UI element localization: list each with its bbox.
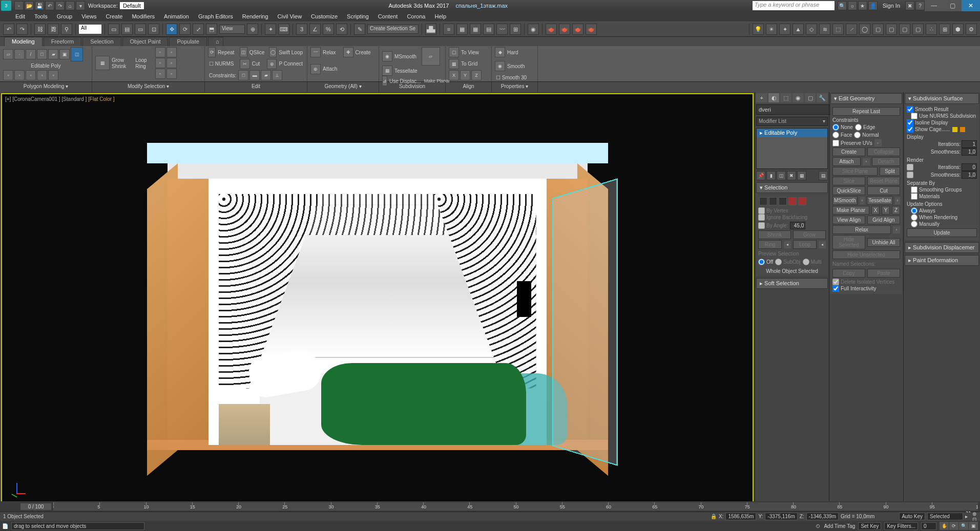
- hard-icon[interactable]: ◆: [495, 47, 505, 57]
- copy-button[interactable]: Copy: [832, 269, 865, 278]
- selection-rollout-header[interactable]: Selection: [756, 182, 828, 193]
- percent-snap-icon[interactable]: %: [323, 24, 334, 35]
- repeat-last-button[interactable]: Repeat Last: [832, 107, 900, 116]
- user-icon[interactable]: 👤: [868, 1, 878, 10]
- make-planar-big-icon[interactable]: ▱: [422, 47, 440, 66]
- viewport[interactable]: [+] [CoronaCamera001 ] [Standard ] [Flat…: [1, 93, 754, 509]
- render-smooth-enable[interactable]: [907, 172, 913, 178]
- const-none-icon[interactable]: □: [238, 70, 248, 80]
- smooth30-check[interactable]: Smooth 30: [495, 75, 528, 80]
- move-tool-icon[interactable]: ✥: [166, 24, 177, 35]
- planar-y[interactable]: Y: [882, 206, 890, 215]
- smoothresult-check[interactable]: Smooth Result: [907, 106, 977, 113]
- app-store-icon[interactable]: ★: [858, 1, 867, 10]
- border-so-icon[interactable]: □: [37, 49, 47, 59]
- softsel-rollout-header[interactable]: Soft Selection: [756, 278, 828, 289]
- poly-so-icon[interactable]: ▰: [48, 49, 58, 59]
- state-sets-icon[interactable]: 🫖: [572, 24, 583, 35]
- display-tab-icon[interactable]: ▢: [805, 93, 816, 102]
- cage-color-1[interactable]: [952, 127, 957, 132]
- swiftloop-icon[interactable]: ◯: [269, 47, 277, 57]
- align-z[interactable]: Z: [471, 70, 482, 80]
- project-icon[interactable]: ⌂: [66, 1, 75, 10]
- cut-label[interactable]: Cut: [251, 61, 261, 67]
- create-label[interactable]: Create: [355, 50, 372, 55]
- setkey-button[interactable]: Set Key: [858, 522, 881, 530]
- x-value[interactable]: 1586,635m: [725, 513, 756, 520]
- ribbon-toggle-icon[interactable]: ▤: [483, 24, 494, 35]
- menu-modifiers[interactable]: Modifiers: [132, 13, 155, 19]
- stack-editable-poly[interactable]: ▸ Editable Poly: [757, 129, 827, 137]
- byangle-check[interactable]: By Angle:: [758, 222, 788, 229]
- unique-icon[interactable]: ◫: [777, 171, 786, 180]
- remove-mod-icon[interactable]: ✖: [787, 171, 796, 180]
- cage-color-2[interactable]: [960, 127, 965, 132]
- planar-x[interactable]: X: [871, 206, 880, 215]
- time-ruler[interactable]: 0510152025303540455055606570758085909510…: [53, 502, 978, 511]
- tessellate-button[interactable]: Tessellate: [867, 196, 892, 205]
- collapse-button[interactable]: Collapse: [867, 147, 900, 156]
- misc-icon[interactable]: ⚙: [966, 24, 977, 35]
- vertex-so-icon[interactable]: ·: [14, 49, 25, 59]
- menu-group[interactable]: Group: [57, 13, 73, 19]
- display-smooth-spinner[interactable]: 1,0: [962, 148, 977, 156]
- element-so-icon[interactable]: ▣: [59, 49, 70, 59]
- makeplanar-button[interactable]: Make Planar: [832, 206, 869, 215]
- spline-icon[interactable]: ▢: [886, 24, 897, 35]
- workspace-selector[interactable]: Default: [120, 2, 144, 9]
- slice-button[interactable]: Slice: [832, 177, 865, 185]
- edit-named-sel-icon[interactable]: ✎: [354, 24, 365, 35]
- helper-icon[interactable]: ◇: [806, 24, 817, 35]
- pin-stack-icon[interactable]: 📌: [756, 171, 765, 180]
- hideunsel-button[interactable]: Hide Unselected: [832, 250, 900, 259]
- object-name-input[interactable]: [756, 104, 832, 115]
- element-subobj-icon[interactable]: [798, 197, 806, 205]
- grow-label[interactable]: Grow: [111, 57, 127, 63]
- mod-icon5[interactable]: ▫: [155, 69, 165, 79]
- repeat-label[interactable]: Repeat: [217, 50, 235, 55]
- create-poly-icon[interactable]: ✚: [343, 47, 353, 57]
- nurms-check[interactable]: NURMS: [208, 61, 235, 67]
- ref-coord-system[interactable]: View: [219, 25, 245, 34]
- loop-button[interactable]: Loop: [793, 240, 817, 249]
- surface-icon[interactable]: ▢: [872, 24, 884, 35]
- polygon-subobj-icon[interactable]: [788, 197, 797, 205]
- const-face[interactable]: Face: [832, 132, 852, 138]
- create-tab-icon[interactable]: +: [756, 93, 767, 102]
- timeline[interactable]: 0 / 100 05101520253035404550556065707580…: [0, 501, 980, 512]
- light-icon[interactable]: 💡: [753, 24, 764, 35]
- vertex-subobj-icon[interactable]: [759, 197, 767, 205]
- pf-edit[interactable]: Edit: [205, 82, 307, 92]
- const-normal-icon[interactable]: ⊥: [272, 70, 282, 80]
- relax-icon[interactable]: 〰: [310, 47, 321, 57]
- const-edge-icon[interactable]: ▬: [249, 70, 260, 80]
- cut-icon[interactable]: ✂: [240, 59, 249, 69]
- toview-icon[interactable]: ▢: [449, 47, 459, 57]
- camera-icon[interactable]: ▲: [793, 24, 804, 35]
- nav-max-icon[interactable]: ▣: [969, 522, 978, 530]
- render-smooth-spinner[interactable]: 1,0: [962, 171, 977, 179]
- relax-opts-icon[interactable]: ▫: [893, 226, 900, 233]
- attach-button[interactable]: Attach: [832, 157, 861, 166]
- hard-label[interactable]: Hard: [506, 50, 519, 55]
- preview-sel-icon[interactable]: ▦: [95, 56, 110, 70]
- menu-scripting[interactable]: Scripting: [347, 13, 369, 19]
- resetplane-button[interactable]: Reset Plane: [867, 177, 900, 185]
- fullint-check[interactable]: Full Interactivity: [832, 285, 900, 292]
- nav-pan-icon[interactable]: ✋: [940, 522, 949, 530]
- keyfilters-button[interactable]: Key Filters...: [884, 522, 918, 530]
- unlink-icon[interactable]: ⛓̸: [48, 24, 59, 35]
- editgeom-rollout-header[interactable]: Edit Geometry: [830, 93, 902, 104]
- deliso-check[interactable]: Delete Isolated Vertices: [832, 279, 900, 285]
- preview-multi[interactable]: Multi: [803, 259, 822, 265]
- msmooth-opts-icon[interactable]: ▫: [860, 197, 865, 204]
- rotate-tool-icon[interactable]: ⟳: [179, 24, 191, 35]
- undo-button[interactable]: ↶: [3, 24, 14, 35]
- modifier-list[interactable]: Modifier List▾: [756, 117, 828, 126]
- upd-always[interactable]: Always: [911, 207, 977, 214]
- app-logo[interactable]: 3: [1, 1, 11, 11]
- mod-icon6[interactable]: ▫: [166, 69, 177, 79]
- msmooth-label[interactable]: MSmooth: [393, 54, 418, 59]
- edge-so-icon[interactable]: /: [26, 49, 36, 59]
- utilities-tab-icon[interactable]: 🔧: [817, 93, 828, 102]
